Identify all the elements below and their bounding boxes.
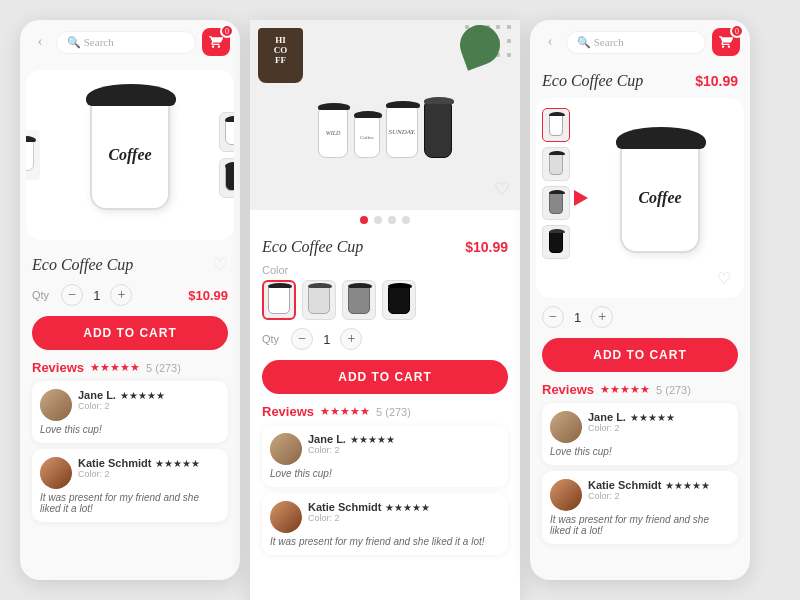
right-product-info-top: Eco Coffee Cup $10.99	[530, 64, 750, 94]
left-reviewer-2-info: Katie Schmidt ★★★★★ Color: 2	[78, 457, 220, 479]
image-dots	[250, 210, 520, 230]
right-reviews-stars: ★★★★★	[600, 383, 650, 396]
right-reviewer-2-stars: ★★★★★	[665, 480, 710, 491]
left-reviewer-1-info: Jane L. ★★★★★ Color: 2	[78, 389, 220, 411]
center-qty-plus[interactable]: +	[340, 328, 362, 350]
right-coffee-cup: Coffee	[610, 128, 710, 268]
left-qty-label: Qty	[32, 289, 49, 301]
left-heart-button[interactable]: ♡	[212, 254, 228, 276]
center-reviewer-1-color: Color: 2	[308, 445, 500, 455]
center-product-photo: HICOFF WILD Coffee SUNDAY.	[250, 20, 520, 210]
color-swatches	[262, 280, 508, 320]
center-reviews-section: Reviews ★★★★★ 5 (273) Jane L. ★★★★★ Colo…	[250, 400, 520, 600]
right-qty-plus[interactable]: +	[591, 306, 613, 328]
left-top-bar: ‹ 🔍 Search 0	[20, 20, 240, 64]
center-reviewer-1-row: Jane L. ★★★★★ Color: 2	[270, 433, 500, 465]
left-reviewer-2-color: Color: 2	[78, 469, 220, 479]
left-add-to-cart-button[interactable]: ADD TO CART	[32, 316, 228, 350]
right-cup-lid	[616, 127, 706, 149]
dot-4[interactable]	[402, 216, 410, 224]
left-reviews-stars: ★★★★★	[90, 361, 140, 374]
cup-label: Coffee	[108, 146, 151, 164]
swatch-2[interactable]	[302, 280, 336, 320]
cup-wild: WILD	[318, 108, 348, 158]
center-review-2: Katie Schmidt ★★★★★ Color: 2 It was pres…	[262, 493, 508, 555]
right-heart-button[interactable]: ♡	[710, 264, 738, 292]
left-product-title: Eco Coffee Cup	[32, 256, 133, 274]
left-price: $10.99	[188, 288, 228, 303]
left-review-1-text: Love this cup!	[40, 424, 220, 435]
right-qty-minus[interactable]: −	[542, 306, 564, 328]
right-play-arrow[interactable]	[574, 190, 588, 206]
right-search-bar[interactable]: 🔍 Search	[566, 31, 706, 54]
right-thumb-1[interactable]	[542, 108, 570, 142]
right-cart-svg	[719, 35, 733, 49]
right-cup-label: Coffee	[638, 189, 681, 207]
right-reviewer-1-name: Jane L.	[588, 411, 626, 423]
center-reviewer-2-avatar	[270, 501, 302, 533]
center-qty-minus[interactable]: −	[291, 328, 313, 350]
left-search-bar[interactable]: 🔍 Search	[56, 31, 196, 54]
right-cart-icon[interactable]: 0	[712, 28, 740, 56]
center-product-title: Eco Coffee Cup	[262, 238, 363, 256]
center-price: $10.99	[465, 239, 508, 255]
dot-3[interactable]	[388, 216, 396, 224]
center-qty-row: Qty − 1 +	[250, 324, 520, 354]
right-top-bar: ‹ 🔍 Search 0	[530, 20, 750, 64]
center-reviews-count: 5 (273)	[376, 406, 411, 418]
right-search-placeholder: Search	[594, 36, 624, 48]
swatch-4[interactable]	[382, 280, 416, 320]
center-title-row: Eco Coffee Cup $10.99	[262, 238, 508, 256]
right-reviews-section: Reviews ★★★★★ 5 (273) Jane L. ★★★★★ Colo…	[530, 378, 750, 580]
search-icon: 🔍	[67, 36, 84, 48]
center-add-to-cart-button[interactable]: ADD TO CART	[262, 360, 508, 394]
right-price: $10.99	[695, 73, 738, 89]
center-review-1-text: Love this cup!	[270, 468, 500, 479]
right-title-price-row: Eco Coffee Cup $10.99	[542, 72, 738, 90]
left-qty-minus[interactable]: −	[61, 284, 83, 306]
swatch-3[interactable]	[342, 280, 376, 320]
left-phone-card: ‹ 🔍 Search 0 Coffee	[20, 20, 240, 580]
left-reviewer-1-stars: ★★★★★	[120, 390, 165, 401]
right-product-image: Coffee ♡	[536, 98, 744, 298]
right-review-2: Katie Schmidt ★★★★★ Color: 2 It was pres…	[542, 471, 738, 544]
left-reviewer-2-stars: ★★★★★	[155, 458, 200, 469]
left-qty-plus[interactable]: +	[110, 284, 132, 306]
right-reviews-header: Reviews ★★★★★ 5 (273)	[542, 382, 738, 397]
dot-2[interactable]	[374, 216, 382, 224]
search-placeholder: Search	[84, 36, 114, 48]
left-review-2: Katie Schmidt ★★★★★ Color: 2 It was pres…	[32, 449, 228, 522]
center-heart-button[interactable]: ♡	[494, 178, 510, 200]
center-reviewer-2-color: Color: 2	[308, 513, 500, 523]
left-reviews-count: 5 (273)	[146, 362, 181, 374]
center-reviewer-2-row: Katie Schmidt ★★★★★ Color: 2	[270, 501, 500, 533]
center-qty-value: 1	[323, 332, 330, 347]
center-qty-controls: − 1 +	[291, 328, 362, 350]
right-reviewer-1-row: Jane L. ★★★★★ Color: 2	[550, 411, 730, 443]
swatch-1[interactable]	[262, 280, 296, 320]
right-add-to-cart-button[interactable]: ADD TO CART	[542, 338, 738, 372]
left-qty-controls: − 1 +	[61, 284, 132, 306]
left-review-2-text: It was present for my friend and she lik…	[40, 492, 220, 514]
left-cart-icon[interactable]: 0	[202, 28, 230, 56]
left-product-info: Eco Coffee Cup ♡	[20, 246, 240, 280]
left-reviewer-1-name: Jane L.	[78, 389, 116, 401]
left-qty-value: 1	[93, 288, 100, 303]
left-qty-row: Qty − 1 + $10.99	[20, 280, 240, 310]
left-back-button[interactable]: ‹	[30, 32, 50, 52]
right-thumb-2[interactable]	[542, 147, 570, 181]
dot-1[interactable]	[360, 216, 368, 224]
left-reviewer-1-row: Jane L. ★★★★★ Color: 2	[40, 389, 220, 421]
right-thumb-4[interactable]	[542, 225, 570, 259]
left-title-row: Eco Coffee Cup ♡	[32, 254, 228, 276]
right-review-1-text: Love this cup!	[550, 446, 730, 457]
left-reviewer-2-name: Katie Schmidt	[78, 457, 151, 469]
cup-body: Coffee	[90, 100, 170, 210]
center-reviewer-2-stars: ★★★★★	[385, 502, 430, 513]
thumb-1[interactable]	[219, 112, 234, 152]
cup-sunday: SUNDAY.	[386, 106, 418, 158]
right-back-button[interactable]: ‹	[540, 32, 560, 52]
right-thumb-3[interactable]	[542, 186, 570, 220]
center-reviews-title: Reviews	[262, 404, 314, 419]
thumb-2[interactable]	[219, 158, 234, 198]
